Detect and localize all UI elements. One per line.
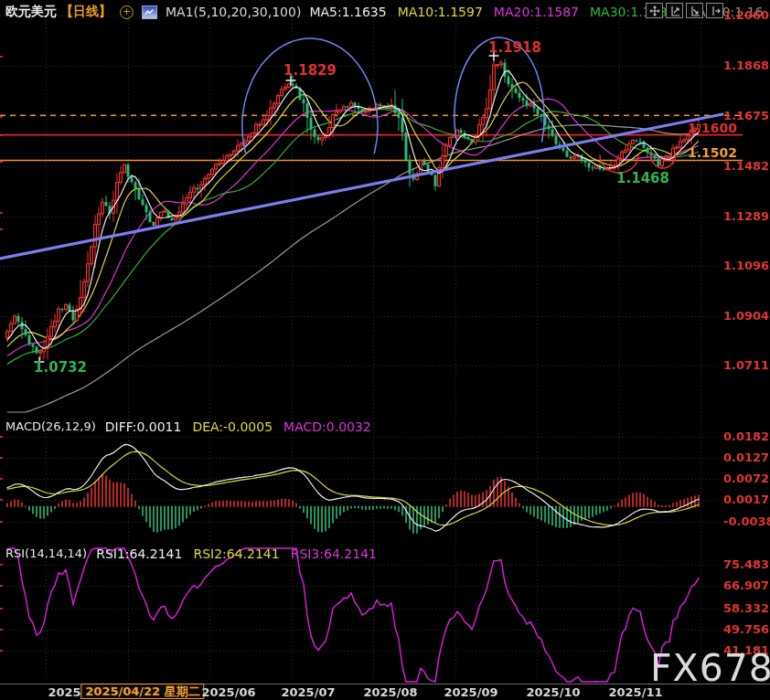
chart-toolbar (646, 3, 723, 18)
extreme-price-annotation: 1.0732 (34, 359, 87, 376)
header-value: MA20:1.1587 (494, 5, 579, 19)
price-level-label: 1.1600 (688, 121, 732, 135)
header-value: MA5:1.1635 (309, 5, 386, 19)
rsi-axis-tick-label: 66.9077 (723, 579, 770, 592)
macd_header-value: DIFF:0.0011 (105, 419, 182, 434)
y-axis-scale-icon[interactable] (666, 3, 683, 18)
watermark: FX678 (650, 646, 770, 690)
extreme-price-annotation: 1.1829 (283, 62, 337, 79)
trading-chart-window: 欧元美元 【日线】 + MA1(5,10,20,30,100) MA5:1.16… (0, 0, 770, 700)
rsi-readouts: RSI1:64.2141RSI2:64.2141RSI3:64.2141 (96, 546, 388, 561)
pan-icon[interactable] (646, 3, 663, 18)
rsi-axis[interactable]: 75.483266.907758.332349.756841.1813 (723, 0, 770, 700)
selected-date-label: 2025/04/22 星期二 (80, 684, 204, 699)
macd-params: MACD(26,12,9) (5, 419, 96, 434)
chart-canvas[interactable] (0, 0, 770, 700)
time-axis-label: 2025/10 (526, 685, 580, 699)
indicator-chart-icon[interactable] (142, 5, 157, 19)
time-axis-label: 2025/08 (363, 685, 417, 699)
time-axis-label: 2025/09 (444, 685, 497, 699)
add-overlay-icon[interactable]: + (120, 5, 134, 19)
rsi_header-value: RSI2:64.2141 (193, 546, 279, 561)
rsi-header: RSI(14,14,14) RSI1:64.2141RSI2:64.2141RS… (5, 546, 388, 561)
macd-header: MACD(26,12,9) DIFF:0.0011DEA:-0.0005MACD… (5, 419, 382, 434)
rsi-axis-tick-label: 58.3323 (723, 602, 770, 615)
rsi-params: RSI(14,14,14) (5, 546, 87, 561)
extreme-price-annotation: 1.1918 (488, 39, 541, 56)
macd_header-value: DEA:-0.0005 (192, 419, 273, 434)
x-axis-scale-icon[interactable] (686, 3, 703, 18)
price-level-label: 1.1502 (688, 145, 732, 160)
time-axis-label: 2025/06 (201, 685, 255, 699)
rsi-axis-tick-label: 49.7568 (723, 623, 770, 636)
ma-settings-label: MA1(5,10,20,30,100) (166, 5, 301, 19)
timeframe-label: 【日线】 (60, 4, 112, 20)
macd-readouts: DIFF:0.0011DEA:-0.0005MACD:0.0032 (105, 419, 382, 434)
extreme-price-annotation: 1.1468 (616, 170, 669, 186)
rsi_header-value: RSI3:64.2141 (291, 546, 377, 561)
symbol-title: 欧元美元 (5, 4, 57, 20)
rsi-axis-tick-label: 75.4832 (723, 558, 770, 571)
macd_header-value: MACD:0.0032 (283, 419, 371, 434)
rsi_header-value: RSI1:64.2141 (96, 546, 182, 561)
jump-latest-icon[interactable] (706, 3, 723, 18)
header-value: MA10:1.1597 (398, 5, 483, 19)
time-axis-label: 2025/07 (281, 685, 335, 699)
